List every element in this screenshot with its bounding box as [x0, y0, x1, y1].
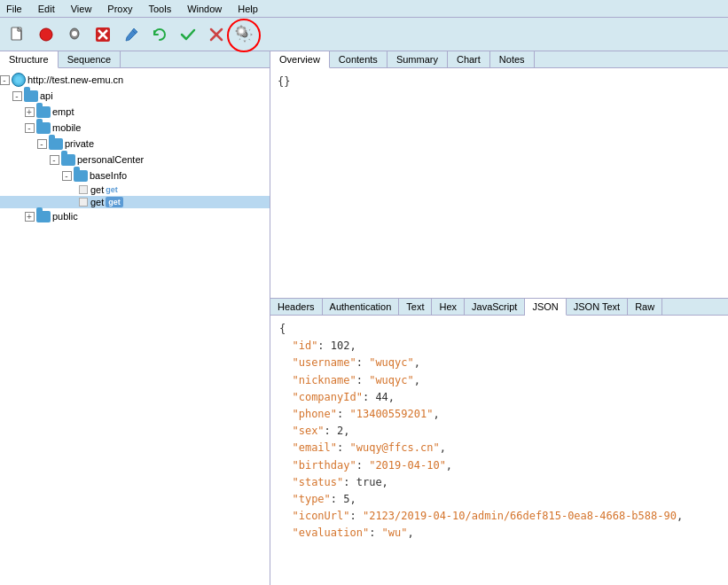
json-val-companyid: 44 — [375, 391, 387, 403]
json-key-sex: "sex" — [292, 425, 324, 437]
expand-empt-icon[interactable]: + — [25, 106, 35, 117]
json-val-evaluation: "wu" — [382, 526, 408, 539]
tab-sequence[interactable]: Sequence — [59, 51, 121, 67]
expand-personalcenter-icon[interactable]: - — [50, 154, 60, 165]
tab-text[interactable]: Text — [399, 299, 432, 315]
json-body: { "id": 102, "username": "wuqyc", "nickn… — [270, 316, 728, 585]
menu-proxy[interactable]: Proxy — [105, 4, 135, 14]
svg-rect-17 — [236, 29, 239, 31]
json-val-id: 102 — [331, 339, 350, 352]
json-key-evaluation: "evaluation" — [292, 526, 369, 539]
tab-json-text[interactable]: JSON Text — [567, 299, 628, 315]
json-key-birthday: "birthday" — [292, 459, 356, 472]
tab-contents[interactable]: Contents — [330, 51, 387, 67]
json-key-phone: "phone" — [292, 408, 337, 420]
json-val-username: "wuqyc" — [369, 356, 414, 369]
left-panel: Structure Sequence - http://test.new-emu… — [0, 51, 270, 585]
json-val-nickname: "wuqyc" — [369, 374, 414, 386]
json-val-phone: "13400559201" — [349, 408, 433, 420]
globe-icon — [12, 73, 26, 87]
tab-overview[interactable]: Overview — [270, 51, 330, 68]
tree-get-2[interactable]: get get — [0, 196, 270, 208]
tree-empt[interactable]: + empt — [0, 104, 270, 120]
expand-public-icon[interactable]: + — [25, 211, 35, 222]
tab-javascript[interactable]: JavaScript — [465, 299, 525, 315]
empt-label: empt — [52, 106, 74, 117]
tab-authentication[interactable]: Authentication — [323, 299, 400, 315]
json-val-iconurl: "2123/2019-04-10/admin/66def815-0ea8-466… — [363, 510, 677, 522]
folder-public-icon — [36, 209, 51, 223]
clear-button[interactable] — [90, 22, 115, 47]
settings-button[interactable] — [232, 22, 257, 47]
tree-personalcenter[interactable]: - personalCenter — [0, 152, 270, 168]
json-val-birthday: "2019-04-10" — [369, 459, 446, 472]
tab-summary[interactable]: Summary — [387, 51, 448, 67]
svg-point-5 — [72, 31, 77, 36]
tree: - http://test.new-emu.cn - api — [0, 68, 270, 579]
json-key-email: "email" — [292, 441, 337, 454]
expand-mobile-icon[interactable]: - — [25, 122, 35, 133]
expand-baseinfo-icon[interactable]: - — [62, 170, 73, 181]
personalcenter-label: personalCenter — [77, 154, 144, 165]
record-button[interactable] — [34, 22, 59, 47]
folder-empt-icon — [36, 105, 51, 119]
tree-get-1[interactable]: get get — [0, 183, 270, 196]
tab-notes[interactable]: Notes — [490, 51, 535, 67]
private-label: private — [65, 138, 94, 149]
public-label: public — [52, 211, 78, 222]
get-method-1: get — [106, 185, 118, 194]
overview-area: {} — [270, 68, 728, 299]
folder-mobile-icon — [36, 121, 51, 135]
folder-api-icon — [24, 89, 38, 103]
tab-json[interactable]: JSON — [525, 299, 566, 316]
get-method-2: get — [106, 197, 123, 207]
menu-tools[interactable]: Tools — [145, 4, 174, 14]
tab-chart[interactable]: Chart — [448, 51, 490, 67]
tab-structure[interactable]: Structure — [0, 51, 59, 68]
svg-rect-16 — [240, 34, 242, 36]
edit-button[interactable] — [119, 22, 144, 47]
tree-public[interactable]: + public — [0, 208, 270, 224]
ssl-button[interactable] — [62, 22, 87, 47]
expand-api-icon[interactable]: - — [12, 90, 23, 101]
check-button[interactable] — [176, 22, 200, 47]
json-key-nickname: "nickname" — [292, 374, 356, 386]
json-key-type: "type" — [292, 493, 330, 505]
folder-personalcenter-icon — [61, 152, 75, 167]
root-label: http://test.new-emu.cn — [27, 74, 123, 85]
svg-point-14 — [239, 28, 244, 33]
json-key-companyid: "companyId" — [292, 391, 362, 403]
right-panel: Overview Contents Summary Chart Notes {}… — [270, 51, 728, 585]
panel-tabs: Structure Sequence — [0, 51, 270, 68]
menu-edit[interactable]: Edit — [35, 4, 58, 14]
request-icon-2 — [79, 198, 88, 207]
main-area: Structure Sequence - http://test.new-emu… — [0, 51, 728, 585]
menu-window[interactable]: Window — [184, 4, 224, 14]
tree-root[interactable]: - http://test.new-emu.cn — [0, 72, 270, 88]
menu-bar: File Edit View Proxy Tools Window Help — [0, 0, 728, 18]
get-label-1: get — [90, 184, 104, 195]
menu-view[interactable]: View — [68, 4, 95, 14]
cancel-button[interactable] — [204, 22, 229, 47]
body-tabs: Headers Authentication Text Hex JavaScri… — [270, 299, 728, 316]
menu-help[interactable]: Help — [235, 4, 261, 14]
tree-mobile[interactable]: - mobile — [0, 120, 270, 136]
svg-rect-18 — [245, 29, 247, 31]
svg-rect-15 — [240, 25, 242, 27]
refresh-button[interactable] — [147, 22, 172, 47]
folder-baseinfo-icon — [74, 168, 88, 183]
expand-root-icon[interactable]: - — [0, 74, 11, 85]
mobile-label: mobile — [52, 122, 81, 133]
tree-private[interactable]: - private — [0, 136, 270, 152]
tab-headers[interactable]: Headers — [270, 299, 323, 315]
request-icon-1 — [79, 185, 88, 194]
tree-baseinfo[interactable]: - baseInfo — [0, 168, 270, 183]
expand-private-icon[interactable]: - — [37, 138, 48, 149]
menu-file[interactable]: File — [4, 4, 25, 14]
tree-api[interactable]: - api — [0, 88, 270, 104]
folder-private-icon — [49, 136, 63, 151]
tab-raw[interactable]: Raw — [628, 299, 662, 315]
tab-hex[interactable]: Hex — [432, 299, 465, 315]
json-key-iconurl: "iconUrl" — [292, 510, 349, 522]
new-button[interactable] — [5, 22, 30, 47]
